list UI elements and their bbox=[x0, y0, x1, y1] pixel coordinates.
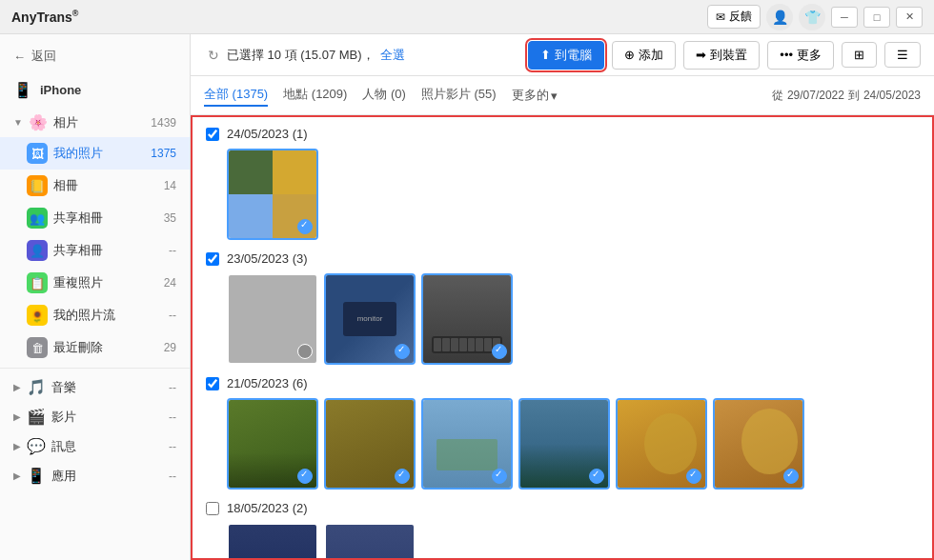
win-restore-button[interactable]: □ bbox=[863, 7, 890, 28]
recently-deleted-icon: 🗑 bbox=[27, 337, 48, 358]
sidebar-item-my-stream[interactable]: 🌻 我的照片流 -- bbox=[0, 299, 190, 331]
date-group-header-20230523: 23/05/2023 (3) bbox=[206, 251, 919, 266]
filter-tab-people[interactable]: 人物 (0) bbox=[362, 84, 406, 107]
date-group-20230524: 24/05/2023 (1) bbox=[206, 127, 919, 240]
list-view-button[interactable]: ☰ bbox=[884, 42, 921, 68]
select-circle-p7 bbox=[492, 469, 507, 484]
more-dots-icon: ••• bbox=[780, 48, 793, 62]
select-circle-p2 bbox=[297, 344, 313, 359]
sidebar-section-header-messages[interactable]: ▶ 💬 訊息 -- bbox=[0, 431, 190, 461]
photos-section-icon: 🌸 bbox=[29, 113, 48, 131]
list-icon: ☰ bbox=[897, 48, 908, 62]
date-group-checkbox-20230523[interactable] bbox=[206, 252, 219, 266]
filter-tab-live[interactable]: 照片影片 (55) bbox=[421, 84, 497, 107]
date-group-header-20230524: 24/05/2023 (1) bbox=[206, 127, 919, 141]
date-group-20230523: 23/05/2023 (3) monitor bbox=[206, 251, 919, 365]
date-group-20230518: 18/05/2023 (2) 00:58 00:32 bbox=[206, 501, 919, 560]
date-group-checkbox-20230521[interactable] bbox=[206, 377, 219, 390]
sidebar-section-header-apps[interactable]: ▶ 📱 應用 -- bbox=[0, 461, 190, 490]
back-arrow-icon: ← bbox=[13, 50, 26, 64]
sidebar-item-my-photos[interactable]: 🖼 我的照片 1375 bbox=[0, 137, 190, 170]
iphone-icon: 📱 bbox=[13, 81, 32, 99]
date-group-checkbox-20230518[interactable] bbox=[206, 502, 219, 515]
photo-item-p4[interactable] bbox=[421, 273, 513, 365]
photo-item-p6[interactable] bbox=[324, 398, 416, 490]
sidebar-item-duplicates[interactable]: 📋 重複照片 24 bbox=[0, 267, 190, 299]
filter-tab-all[interactable]: 全部 (1375) bbox=[204, 84, 268, 107]
to-pc-icon: ⬆ bbox=[540, 48, 551, 62]
win-close-button[interactable]: ✕ bbox=[896, 7, 923, 28]
app-title: AnyTrans® bbox=[11, 9, 78, 25]
expand-arrow-movies-icon: ▶ bbox=[13, 411, 21, 422]
collage-cell-3 bbox=[229, 194, 273, 238]
collage-cell-2 bbox=[273, 150, 316, 194]
win-minimize-button[interactable]: ─ bbox=[831, 7, 858, 28]
filter-tab-places[interactable]: 地點 (1209) bbox=[283, 84, 347, 107]
shared-album1-icon: 👥 bbox=[27, 208, 48, 229]
apps-section-icon: 📱 bbox=[27, 467, 46, 485]
to-pc-button[interactable]: ⬆ 到電腦 bbox=[528, 41, 604, 70]
photo-thumb-p11 bbox=[229, 525, 316, 560]
sidebar-section-header-music[interactable]: ▶ 🎵 音樂 -- bbox=[0, 372, 190, 402]
select-circle-p9 bbox=[686, 469, 701, 484]
sidebar-section-header-movies[interactable]: ▶ 🎬 影片 -- bbox=[0, 402, 190, 431]
photo-grid-20230524 bbox=[206, 149, 919, 240]
back-button[interactable]: ← 返回 bbox=[0, 42, 190, 70]
more-button[interactable]: ••• 更多 bbox=[767, 41, 834, 70]
date-group-header-20230518: 18/05/2023 (2) bbox=[206, 501, 919, 515]
expand-arrow-music-icon: ▶ bbox=[13, 382, 21, 392]
sidebar-item-albums[interactable]: 📒 相冊 14 bbox=[0, 170, 190, 202]
photo-thumb-p12 bbox=[326, 525, 414, 560]
my-photos-icon: 🖼 bbox=[27, 143, 48, 164]
user-icon-btn[interactable]: 👤 bbox=[766, 4, 793, 30]
music-section-icon: 🎵 bbox=[27, 378, 46, 396]
select-circle-p4 bbox=[492, 344, 507, 359]
photo-item-p12[interactable]: 00:32 bbox=[324, 523, 416, 560]
add-icon: ⊕ bbox=[624, 48, 635, 62]
photo-area: 24/05/2023 (1) bbox=[191, 115, 934, 560]
photo-item-p11[interactable]: 00:58 bbox=[227, 523, 318, 560]
photo-item-p2[interactable] bbox=[227, 273, 318, 365]
toolbar-refresh-btn[interactable]: ↻ bbox=[208, 48, 219, 63]
photo-grid-20230521 bbox=[206, 398, 919, 490]
select-circle-p8 bbox=[589, 469, 604, 484]
movies-section-icon: 🎬 bbox=[27, 408, 46, 426]
photo-item-p8[interactable] bbox=[518, 398, 610, 490]
albums-icon: 📒 bbox=[27, 175, 48, 196]
sidebar-section-header-photos[interactable]: ▼ 🌸 相片 1439 bbox=[0, 108, 190, 137]
sidebar-item-shared-album2[interactable]: 👤 共享相冊 -- bbox=[0, 234, 190, 267]
to-device-button[interactable]: ➡ 到裝置 bbox=[683, 41, 760, 70]
grid-view-button[interactable]: ⊞ bbox=[842, 42, 877, 68]
photo-grid-20230518: 00:58 00:32 bbox=[206, 523, 919, 560]
photo-item-p1[interactable] bbox=[227, 149, 318, 240]
chevron-down-icon: ▾ bbox=[551, 89, 558, 103]
photo-grid-20230523: monitor bbox=[206, 273, 919, 365]
select-all-link[interactable]: 全選 bbox=[380, 47, 405, 64]
content-area: ↻ 已選擇 10 項 (15.07 MB)， 全選 ⬆ 到電腦 ⊕ 添加 ➡ 到… bbox=[191, 34, 934, 560]
shared-album2-icon: 👤 bbox=[27, 240, 48, 261]
date-group-checkbox-20230524[interactable] bbox=[206, 128, 219, 141]
sidebar-divider-1 bbox=[0, 368, 190, 369]
filterbar: 全部 (1375) 地點 (1209) 人物 (0) 照片影片 (55) 更多的… bbox=[191, 76, 934, 115]
theme-icon-btn[interactable]: 👕 bbox=[799, 4, 825, 30]
expand-arrow-icon: ▼ bbox=[13, 117, 23, 128]
photo-item-p3[interactable]: monitor bbox=[324, 273, 416, 365]
photo-item-p5[interactable] bbox=[227, 398, 318, 490]
date-group-20230521: 21/05/2023 (6) bbox=[206, 376, 919, 490]
date-range: 從 29/07/2022 到 24/05/2023 bbox=[772, 88, 921, 104]
filter-tab-more[interactable]: 更多的 ▾ bbox=[512, 87, 558, 104]
select-circle-p10 bbox=[783, 469, 799, 484]
add-button[interactable]: ⊕ 添加 bbox=[612, 41, 676, 70]
feedback-button[interactable]: ✉ 反饋 bbox=[707, 5, 761, 29]
photo-item-p7[interactable] bbox=[421, 398, 513, 490]
device-item-iphone[interactable]: 📱 iPhone bbox=[0, 74, 190, 106]
photo-item-p9[interactable] bbox=[616, 398, 707, 490]
sidebar-section-photos: ▼ 🌸 相片 1439 🖼 我的照片 1375 📒 相冊 14 👥 共享相冊 3… bbox=[0, 108, 190, 364]
sidebar-item-recently-deleted[interactable]: 🗑 最近刪除 29 bbox=[0, 331, 190, 364]
sidebar-item-shared-album1[interactable]: 👥 共享相冊 35 bbox=[0, 202, 190, 234]
expand-arrow-apps-icon: ▶ bbox=[13, 470, 21, 481]
messages-section-icon: 💬 bbox=[27, 437, 46, 455]
expand-arrow-messages-icon: ▶ bbox=[13, 441, 21, 451]
sidebar: ← 返回 📱 iPhone ▼ 🌸 相片 1439 🖼 我的照片 1375 📒 … bbox=[0, 34, 191, 560]
photo-item-p10[interactable] bbox=[713, 398, 804, 490]
